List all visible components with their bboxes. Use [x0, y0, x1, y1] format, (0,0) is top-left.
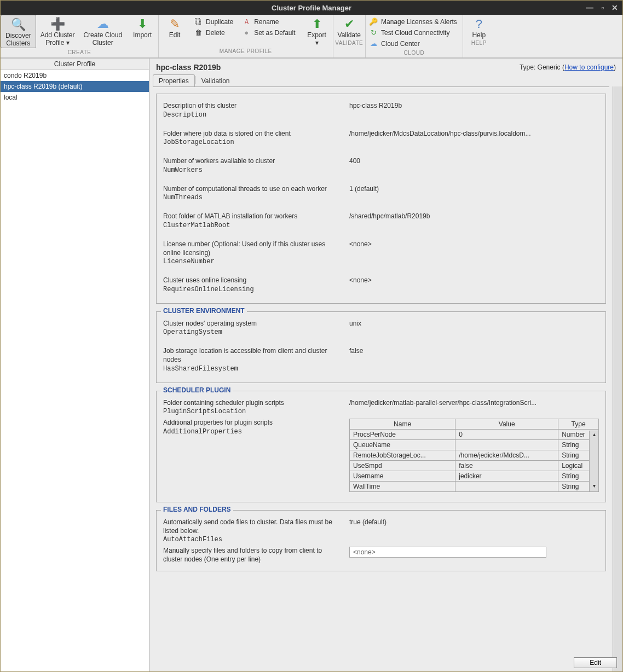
- import-icon: ⬇: [137, 17, 147, 31]
- prop-code: PluginScriptsLocation: [163, 408, 343, 415]
- default-icon: ●: [242, 28, 251, 38]
- section-legend-files: FILES AND FOLDERS: [161, 506, 233, 513]
- how-to-configure-link[interactable]: How to configure: [564, 63, 614, 71]
- prop-value: /shared/hpc/matlab/R2019b: [349, 212, 599, 229]
- cell-value: jedicker: [455, 471, 558, 482]
- rename-icon: Ａ: [242, 17, 251, 27]
- prop-code: ClusterMatlabRoot: [163, 222, 343, 229]
- sidebar-item-hpc-class[interactable]: hpc-class R2019b (default): [1, 81, 149, 92]
- table-row[interactable]: QueueName String: [350, 440, 599, 450]
- rename-button[interactable]: ＡRename: [242, 17, 295, 27]
- prop-value: /home/jedicker/MdcsDataLocation/hpc-clas…: [349, 130, 599, 147]
- prop-desc: Folder where job data is stored on the c…: [163, 130, 343, 138]
- create-cloud-cluster-button[interactable]: ☁ Create Cloud Cluster: [79, 15, 126, 48]
- prop-desc: Automatically send code files to cluster…: [163, 518, 343, 535]
- cell-name: Username: [350, 471, 455, 482]
- group-label: CREATE: [1, 48, 158, 57]
- maximize-icon[interactable]: ▫: [601, 3, 604, 12]
- sidebar-item-local[interactable]: local: [1, 92, 149, 103]
- manual-files-value: <none>: [349, 547, 546, 558]
- sidebar: Cluster Profile condo R2019b hpc-class R…: [1, 59, 149, 671]
- cell-name: WallTime: [350, 482, 455, 492]
- properties-content: Description of this cluster Description …: [153, 86, 609, 671]
- group-label: HELP: [463, 39, 495, 48]
- group-label: MANAGE PROFILE: [159, 47, 332, 56]
- cell-name: ProcsPerNode: [350, 430, 455, 440]
- prop-desc: Cluster uses online licensing: [163, 276, 343, 285]
- cell-name: RemoteJobStorageLoc...: [350, 450, 455, 461]
- import-button[interactable]: ⬇ Import: [126, 15, 158, 48]
- edit-button[interactable]: ✎ Edit: [159, 15, 191, 47]
- validate-button[interactable]: ✔ Validate: [333, 15, 365, 39]
- table-row[interactable]: WallTime String: [350, 482, 599, 492]
- group-label: VALIDATE: [333, 39, 365, 48]
- table-row[interactable]: Username jedicker String: [350, 471, 599, 482]
- prop-desc: Cluster nodes' operating system: [163, 320, 343, 328]
- duplicate-button[interactable]: ⿻Duplicate: [194, 17, 233, 27]
- prop-desc: Number of computational threads to use o…: [163, 185, 343, 194]
- profile-list: condo R2019b hpc-class R2019b (default) …: [1, 70, 149, 671]
- profile-title: hpc-class R2019b: [156, 63, 221, 72]
- export-icon: ⬆: [312, 17, 322, 31]
- prop-code: JobStorageLocation: [163, 138, 343, 146]
- cell-name: QueueName: [350, 440, 455, 450]
- help-icon: ?: [476, 17, 482, 31]
- prop-code: AutoAttachFiles: [163, 536, 343, 543]
- table-scrollbar[interactable]: ▴ ▾: [589, 431, 599, 492]
- section-legend-plugin: SCHEDULER PLUGIN: [161, 386, 233, 394]
- delete-button[interactable]: 🗑Delete: [194, 28, 233, 38]
- th-type: Type: [558, 419, 599, 430]
- section-legend-env: CLUSTER ENVIRONMENT: [161, 307, 247, 315]
- cloud-center-button[interactable]: ☁Cloud Center: [369, 39, 457, 49]
- cell-value: 0: [455, 430, 558, 440]
- profile-type: Type: Generic (How to configure): [520, 63, 616, 71]
- prop-code: LicenseNumber: [163, 258, 343, 265]
- table-row[interactable]: UseSmpd false Logical: [350, 461, 599, 471]
- table-row[interactable]: RemoteJobStorageLoc... /home/jedicker/Md…: [350, 450, 599, 461]
- window-title: Cluster Profile Manager: [272, 4, 351, 12]
- tab-properties[interactable]: Properties: [153, 74, 195, 87]
- prop-value: <none>: [349, 240, 599, 265]
- table-row[interactable]: ProcsPerNode 0 Number: [350, 430, 599, 440]
- cloud-center-icon: ☁: [369, 39, 378, 49]
- help-button[interactable]: ? Help: [463, 15, 495, 39]
- test-connectivity-button[interactable]: ↻Test Cloud Connectivity: [369, 28, 457, 38]
- plus-icon: ➕: [50, 17, 65, 31]
- magnifier-icon: 🔍: [11, 18, 26, 32]
- tab-validation[interactable]: Validation: [195, 74, 236, 87]
- sidebar-header: Cluster Profile: [1, 59, 149, 70]
- cell-value: [455, 440, 558, 450]
- prop-desc: Root folder of MATLAB installation for w…: [163, 212, 343, 221]
- prop-value: 400: [349, 157, 599, 174]
- scroll-up-icon[interactable]: ▴: [590, 431, 598, 440]
- trash-icon: 🗑: [194, 28, 203, 38]
- main-scrollbar[interactable]: [613, 86, 622, 671]
- prop-code: RequiresOnlineLicensing: [163, 286, 343, 293]
- cell-name: UseSmpd: [350, 461, 455, 471]
- scroll-down-icon[interactable]: ▾: [590, 483, 598, 491]
- prop-value: <none>: [349, 276, 599, 293]
- export-button[interactable]: ⬆ Export ▾: [301, 15, 333, 47]
- connectivity-icon: ↻: [369, 28, 378, 38]
- prop-code: HasSharedFilesystem: [163, 365, 343, 373]
- set-default-button[interactable]: ●Set as Default: [242, 28, 295, 38]
- add-cluster-profile-button[interactable]: ➕ Add Cluster Profile ▾: [36, 15, 79, 48]
- group-label: CLOUD: [366, 49, 463, 57]
- discover-clusters-button[interactable]: 🔍 Discover Clusters: [1, 15, 36, 48]
- cluster-profile-manager-window: Cluster Profile Manager — ▫ ✕ 🔍 Discover…: [0, 0, 623, 672]
- license-icon: 🔑: [369, 17, 378, 27]
- prop-value: false: [349, 347, 599, 372]
- prop-code: AdditionalProperties: [163, 428, 343, 436]
- sidebar-item-condo[interactable]: condo R2019b: [1, 70, 149, 81]
- prop-value: /home/jedicker/matlab-parallel-server/hp…: [349, 399, 599, 416]
- prop-desc: Number of workers available to cluster: [163, 157, 343, 166]
- prop-desc: Additional properties for plugin scripts: [163, 419, 343, 427]
- minimize-icon[interactable]: —: [586, 3, 593, 12]
- close-icon[interactable]: ✕: [612, 3, 618, 12]
- check-icon: ✔: [344, 17, 354, 31]
- edit-profile-button[interactable]: Edit: [574, 657, 617, 668]
- additional-properties-table: Name Value Type ProcsPerNode 0 Number Qu…: [349, 419, 599, 492]
- titlebar: Cluster Profile Manager — ▫ ✕: [1, 1, 622, 15]
- prop-code: Description: [163, 111, 343, 119]
- manage-licenses-button[interactable]: 🔑Manage Licenses & Alerts: [369, 17, 457, 27]
